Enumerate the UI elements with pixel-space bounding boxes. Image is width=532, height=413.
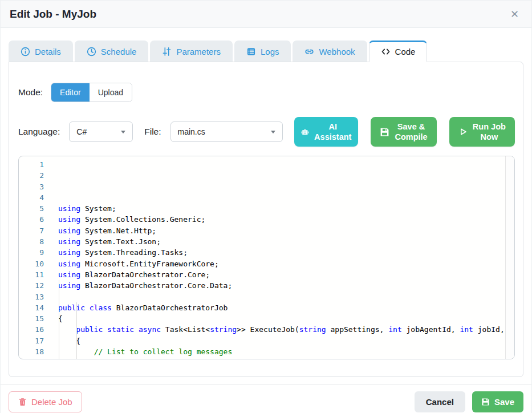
code-tab-panel: Mode: Editor Upload Language: C# File: m… [9,62,523,377]
editor-mode-button[interactable]: Editor [51,83,90,102]
editor-scrollbar[interactable] [505,156,514,359]
tab-label: Details [35,47,61,56]
line-number: 6 [19,214,44,225]
line-number: 7 [19,225,44,236]
cancel-button[interactable]: Cancel [415,391,465,412]
chevron-down-icon [121,131,125,133]
link-icon [304,47,314,56]
language-label: Language: [18,127,60,137]
line-numbers: 12345678910111213141516171819 [19,156,55,359]
code-line: using Microsoft.EntityFrameworkCore; [58,258,504,269]
line-number: 11 [19,269,44,280]
code-line: public static async Task<List<string>> E… [58,324,504,335]
tab-label: Parameters [176,47,221,56]
code-line: // List to collect log messages [58,346,504,357]
line-number: 17 [19,335,44,346]
line-number: 18 [19,346,44,357]
line-number: 1 [19,159,44,170]
line-number: 13 [19,291,44,302]
indent-guide [59,280,59,359]
mode-toggle-group: Editor Upload [51,83,132,102]
mode-row: Mode: Editor Upload [18,83,515,102]
button-label: Run Job Now [473,122,506,142]
label-line1: Save & [397,122,425,132]
tab-label: Logs [261,47,279,56]
tab-label: Schedule [101,47,137,56]
dialog-header: Edit Job - MyJob ✕ [1,1,531,28]
code-line: { [58,335,504,346]
save-compile-button[interactable]: Save & Compile [371,117,436,147]
footer-actions: Cancel Save [415,391,523,412]
dialog-body: Details Schedule Paramet [1,28,531,377]
line-number: 3 [19,181,44,192]
line-number: 10 [19,258,44,269]
code-line: var colLogs = new List<string>(); [58,357,504,359]
save-icon [380,127,389,137]
indent-guide [76,302,77,359]
tab-parameters[interactable]: Parameters [150,41,233,62]
save-button[interactable]: Save [472,391,523,412]
line-number: 9 [19,247,44,258]
language-select[interactable]: C# [69,122,133,142]
tab-schedule[interactable]: Schedule [75,41,149,62]
language-value: C# [76,127,87,136]
edit-job-dialog: Edit Job - MyJob ✕ Details Schedule [0,0,532,413]
delete-job-button[interactable]: Delete Job [9,391,82,412]
code-line: using System.Collections.Generic; [58,214,504,225]
code-line: using BlazorDataOrchestrator.Core; [58,269,504,280]
tab-bar: Details Schedule Paramet [9,41,523,62]
dialog-footer: Delete Job Cancel Save [1,384,531,413]
line-number: 12 [19,280,44,291]
tab-code[interactable]: Code [369,41,428,62]
code-editor[interactable]: 12345678910111213141516171819 using Syst… [18,156,515,359]
robot-icon [301,126,309,138]
tab-label: Code [395,47,416,56]
line-number: 8 [19,236,44,247]
label-line2: Assistant [314,132,351,142]
save-label: Save [494,397,514,407]
info-icon [21,47,30,56]
close-icon[interactable]: ✕ [507,7,522,22]
line-number: 4 [19,192,44,203]
label-line1: AI [329,122,338,132]
mode-label: Mode: [18,87,43,98]
line-number: 15 [19,313,44,324]
sliders-icon [162,47,172,56]
button-label: Save & Compile [395,122,427,142]
code-line: using System.Threading.Tasks; [58,247,504,258]
line-number: 19 [19,357,44,359]
code-line: public class BlazorDataOrchestratorJob [58,302,504,313]
delete-job-label: Delete Job [31,397,72,407]
file-value: main.cs [178,127,205,136]
line-number: 14 [19,302,44,313]
line-number: 2 [19,170,44,181]
run-job-now-button[interactable]: Run Job Now [449,117,515,147]
code-line: using System; [58,203,504,214]
list-icon [246,47,256,56]
tab-logs[interactable]: Logs [234,41,291,62]
trash-icon [18,398,27,406]
label-line2: Now [481,132,498,142]
file-label: File: [144,127,161,137]
code-line: using BlazorDataOrchestrator.Core.Data; [58,280,504,291]
file-select[interactable]: main.cs [170,122,283,142]
label-line1: Run Job [473,122,506,132]
code-line: using System.Text.Json; [58,236,504,247]
editor-toolbar: Language: C# File: main.cs AI [18,117,515,147]
code-icon [381,47,391,56]
code-content[interactable]: using System;using System.Collections.Ge… [55,156,514,359]
ai-assistant-button[interactable]: AI Assistant [294,117,358,147]
label-line2: Compile [395,132,427,142]
code-line: using System.Net.Http; [58,225,504,236]
chevron-down-icon [271,131,275,133]
code-line [58,291,504,302]
code-line: { [58,313,504,324]
play-icon [458,127,468,136]
upload-mode-button[interactable]: Upload [90,83,132,102]
dialog-title: Edit Job - MyJob [10,8,96,21]
tab-webhook[interactable]: Webhook [293,41,367,62]
tab-details[interactable]: Details [9,41,73,62]
line-number: 16 [19,324,44,335]
save-icon [481,398,490,406]
tab-label: Webhook [319,47,355,56]
